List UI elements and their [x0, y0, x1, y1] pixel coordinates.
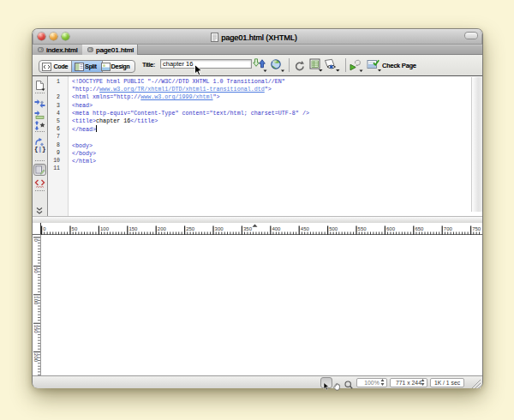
- svg-text:300: 300: [215, 226, 224, 231]
- svg-text:650: 650: [415, 226, 424, 231]
- svg-text:50: 50: [72, 226, 78, 231]
- svg-text:150: 150: [33, 325, 39, 334]
- svg-text:50: 50: [33, 267, 39, 273]
- svg-text:600: 600: [386, 226, 396, 231]
- svg-text:150: 150: [128, 226, 138, 231]
- svg-text:100: 100: [33, 296, 39, 305]
- svg-text:350: 350: [243, 226, 253, 231]
- svg-text:500: 500: [329, 226, 338, 231]
- svg-text:700: 700: [444, 226, 453, 231]
- svg-text:200: 200: [158, 226, 167, 231]
- svg-text:0: 0: [33, 239, 39, 243]
- svg-text:450: 450: [301, 226, 310, 231]
- svg-text:400: 400: [272, 226, 281, 231]
- svg-text:750: 750: [472, 226, 481, 231]
- svg-text:100: 100: [100, 226, 110, 231]
- svg-text:200: 200: [33, 353, 39, 363]
- svg-text:0: 0: [43, 226, 46, 231]
- svg-text:250: 250: [186, 226, 195, 231]
- svg-text:550: 550: [358, 226, 368, 231]
